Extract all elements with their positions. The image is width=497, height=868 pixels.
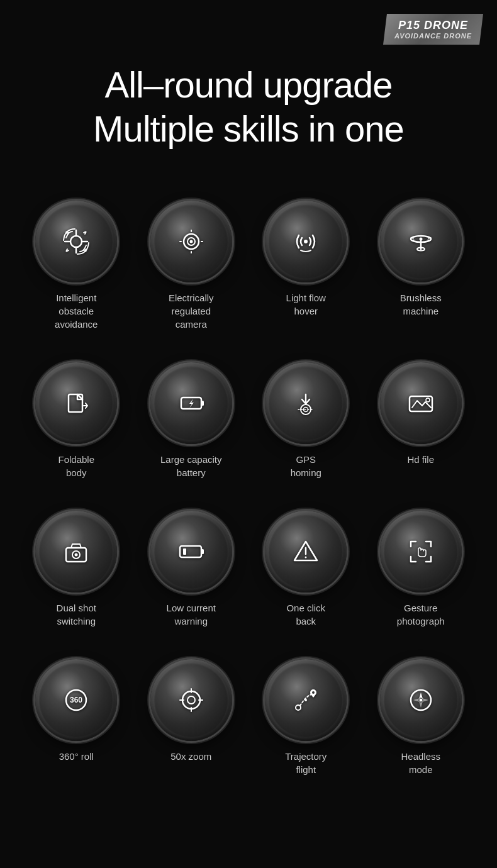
feature-brushless: Brushlessmachine <box>364 188 479 350</box>
svg-point-3 <box>189 240 193 243</box>
light-flow-icon <box>265 201 347 282</box>
feature-one-click: One clickback <box>248 498 364 647</box>
svg-point-25 <box>305 557 307 559</box>
brand-subtitle: AVOIDANCE DRONE <box>394 32 472 40</box>
svg-point-20 <box>75 554 78 557</box>
svg-point-38 <box>312 691 315 694</box>
low-current-icon <box>150 511 232 593</box>
feature-label: Electricallyregulatedcamera <box>169 291 214 331</box>
brand-title: P15 DRONE <box>394 19 472 32</box>
feature-label: 50x zoom <box>170 750 211 763</box>
feature-label: Low currentwarning <box>167 601 216 628</box>
svg-point-8 <box>419 238 422 241</box>
feature-label: Foldablebody <box>58 453 94 479</box>
gesture-icon <box>380 511 462 593</box>
svg-point-30 <box>187 696 195 704</box>
feature-light-flow: Light flowhover <box>248 188 364 350</box>
feature-50x-zoom: 50x zoom <box>134 647 249 795</box>
feature-electric-camera: Electricallyregulatedcamera <box>134 188 249 350</box>
one-click-icon <box>265 511 347 593</box>
feature-gps: GPShoming <box>248 350 364 498</box>
feature-trajectory: Trajectoryflight <box>248 647 364 795</box>
svg-point-0 <box>70 236 82 247</box>
feature-360-roll: 360 ° 360° roll <box>19 647 134 795</box>
svg-point-29 <box>182 691 200 709</box>
electric-camera-icon <box>150 201 232 282</box>
feature-label: Intelligentobstacleavoidance <box>55 291 98 331</box>
svg-point-17 <box>426 398 430 402</box>
feature-foldable: Foldablebody <box>19 350 134 498</box>
hd-file-icon <box>380 362 462 444</box>
svg-rect-11 <box>201 401 204 406</box>
foldable-icon <box>35 362 117 444</box>
feature-gesture: Gesturephotograph <box>364 498 479 647</box>
svg-text:360: 360 <box>70 696 82 704</box>
feature-label: Headlessmode <box>401 750 440 776</box>
feature-hd-file: Hd file <box>364 350 479 498</box>
feature-label: One clickback <box>286 601 325 628</box>
headline: All–round upgrade Multiple skills in one <box>25 63 472 150</box>
feature-low-current: Low currentwarning <box>134 498 249 647</box>
gps-icon <box>265 362 347 444</box>
feature-label: Light flowhover <box>286 291 326 318</box>
feature-label: GPShoming <box>291 453 321 479</box>
feature-headless: Headlessmode <box>364 647 479 795</box>
svg-point-37 <box>304 699 307 701</box>
feature-battery: Large capacitybattery <box>134 350 249 498</box>
dual-shot-icon <box>35 511 117 593</box>
trajectory-icon <box>265 659 347 741</box>
battery-icon <box>150 362 232 444</box>
svg-point-4 <box>304 240 308 243</box>
brand-badge: P15 DRONE AVOIDANCE DRONE <box>383 14 483 45</box>
svg-text:°: ° <box>83 691 85 697</box>
feature-label: Large capacitybattery <box>160 453 222 479</box>
obstacle-avoidance-icon <box>35 201 117 282</box>
feature-label: Trajectoryflight <box>285 750 327 776</box>
zoom-icon <box>150 659 232 741</box>
svg-rect-22 <box>201 549 204 554</box>
feature-label: Dual shotswitching <box>57 601 96 628</box>
feature-label: Brushlessmachine <box>400 291 442 318</box>
brushless-icon <box>380 201 462 282</box>
svg-point-40 <box>419 699 422 702</box>
feature-obstacle-avoidance: Intelligentobstacleavoidance <box>19 188 134 350</box>
feature-dual-shot: Dual shotswitching <box>19 498 134 647</box>
feature-label: Hd file <box>407 453 434 466</box>
feature-label: Gesturephotograph <box>397 601 445 628</box>
360-roll-icon: 360 ° <box>35 659 117 741</box>
features-grid: Intelligentobstacleavoidance Electricall… <box>0 175 497 808</box>
headless-icon <box>380 659 462 741</box>
svg-rect-23 <box>183 548 186 555</box>
feature-label: 360° roll <box>59 750 94 763</box>
